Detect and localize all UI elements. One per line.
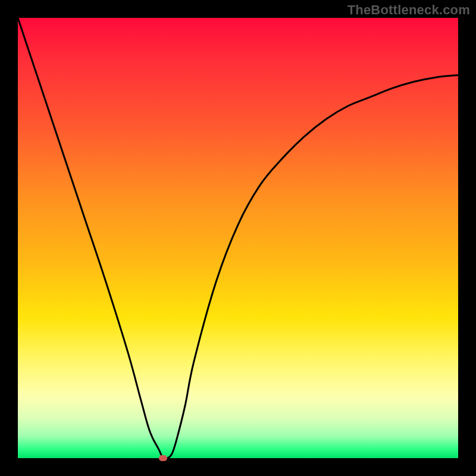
bottleneck-curve: [18, 18, 458, 459]
curve-svg: [18, 18, 458, 458]
plot-area: [18, 18, 458, 458]
minimum-marker: [159, 455, 167, 461]
watermark-text: TheBottleneck.com: [347, 2, 470, 18]
chart-frame: TheBottleneck.com: [0, 0, 476, 476]
